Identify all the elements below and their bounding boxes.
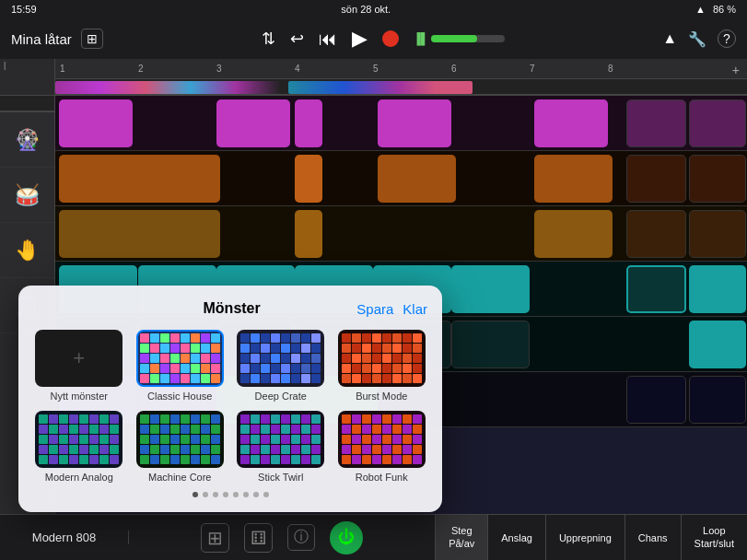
pattern-deep-crate[interactable]: Deep Crate xyxy=(235,330,327,402)
save-button[interactable]: Spara xyxy=(356,301,393,317)
clear-button[interactable]: Klar xyxy=(403,301,427,317)
pattern-classic-house-label: Classic House xyxy=(147,391,212,402)
pattern-modal: Mönster Spara Klar + Nytt mönster xyxy=(18,286,442,512)
dot-3[interactable] xyxy=(213,492,218,497)
pattern-modern-analog[interactable]: Modern Analog xyxy=(33,411,125,483)
battery-text: 86 % xyxy=(713,4,736,15)
pattern-deep-crate-label: Deep Crate xyxy=(255,391,307,402)
dot-8[interactable] xyxy=(263,492,269,497)
pattern-stick-twirl[interactable]: Stick Twirl xyxy=(235,411,327,483)
pattern-new[interactable]: + Nytt mönster xyxy=(33,330,125,402)
pattern-robot-funk-label: Robot Funk xyxy=(356,472,408,483)
modal-actions: Spara Klar xyxy=(356,301,427,317)
pattern-burst-mode[interactable]: Burst Mode xyxy=(336,330,428,402)
dot-5[interactable] xyxy=(233,492,239,497)
pattern-new-label: Nytt mönster xyxy=(51,391,108,402)
patterns-grid: + Nytt mönster Classic House xyxy=(33,330,427,483)
pattern-machine-core[interactable]: Machine Core xyxy=(134,411,227,483)
pattern-machine-core-label: Machine Core xyxy=(148,472,211,483)
modal-overlay: Mönster Spara Klar + Nytt mönster xyxy=(0,0,747,560)
wifi-icon: ▲ xyxy=(695,4,706,15)
pattern-robot-funk[interactable]: Robot Funk xyxy=(336,411,428,483)
dot-6[interactable] xyxy=(243,492,249,497)
modal-header: Mönster Spara Klar xyxy=(33,300,427,317)
status-bar: 15:59 sön 28 okt. ▲ 86 % xyxy=(0,0,747,18)
pattern-modern-analog-label: Modern Analog xyxy=(45,472,113,483)
pattern-classic-house[interactable]: Classic House xyxy=(134,330,227,402)
status-time: 15:59 xyxy=(11,4,37,15)
modal-page-dots xyxy=(33,492,427,497)
dot-1[interactable] xyxy=(193,492,198,497)
modal-title: Mönster xyxy=(107,300,356,317)
dot-2[interactable] xyxy=(203,492,208,497)
dot-7[interactable] xyxy=(253,492,259,497)
pattern-stick-twirl-label: Stick Twirl xyxy=(258,472,303,483)
status-day: sön 28 okt. xyxy=(341,4,391,15)
pattern-burst-mode-label: Burst Mode xyxy=(356,391,407,402)
status-right: ▲ 86 % xyxy=(695,4,736,15)
dot-4[interactable] xyxy=(223,492,228,497)
